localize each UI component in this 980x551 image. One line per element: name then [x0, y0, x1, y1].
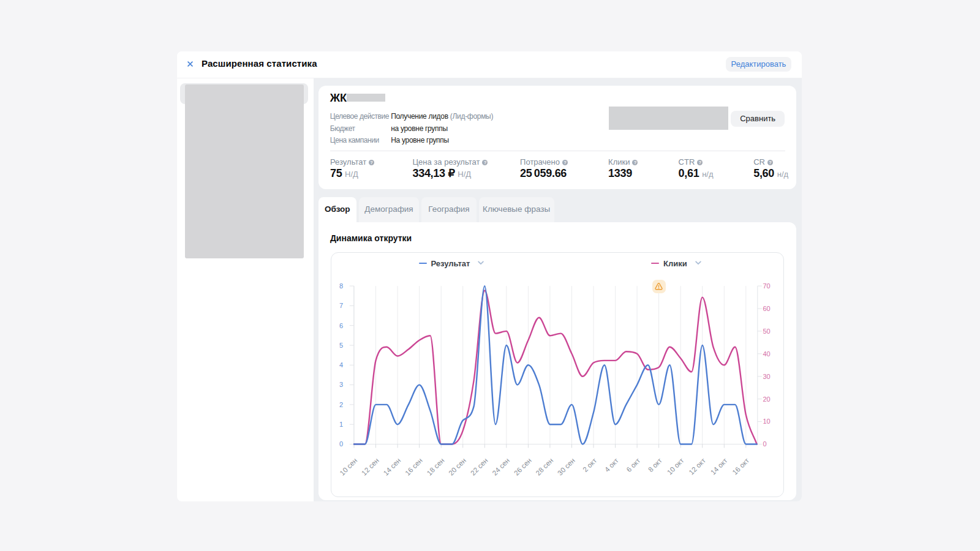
svg-text:12 окт: 12 окт	[688, 457, 707, 476]
svg-text:7: 7	[339, 302, 343, 309]
svg-text:24 сен: 24 сен	[491, 457, 511, 477]
svg-text:0: 0	[339, 441, 343, 448]
svg-text:50: 50	[763, 328, 771, 335]
svg-text:0: 0	[763, 441, 767, 448]
svg-text:28 сен: 28 сен	[535, 457, 555, 477]
svg-text:26 сен: 26 сен	[513, 457, 533, 477]
svg-text:2: 2	[339, 401, 343, 408]
svg-text:30 сен: 30 сен	[556, 457, 576, 477]
svg-text:1: 1	[339, 421, 343, 428]
svg-text:3: 3	[339, 381, 343, 389]
svg-text:14 сен: 14 сен	[382, 457, 402, 477]
svg-text:30: 30	[763, 373, 771, 380]
svg-text:4 окт: 4 окт	[603, 457, 620, 474]
svg-text:18 сен: 18 сен	[426, 457, 446, 477]
svg-text:16 окт: 16 окт	[731, 457, 751, 476]
svg-text:10 сен: 10 сен	[339, 457, 359, 477]
svg-text:16 сен: 16 сен	[404, 457, 424, 477]
svg-text:20: 20	[763, 395, 771, 403]
svg-text:6 окт: 6 окт	[625, 457, 643, 474]
svg-text:60: 60	[763, 305, 771, 312]
svg-text:14 окт: 14 окт	[709, 457, 729, 476]
svg-text:8: 8	[339, 282, 343, 290]
svg-text:40: 40	[763, 350, 771, 358]
svg-text:12 сен: 12 сен	[360, 457, 380, 477]
svg-text:5: 5	[339, 342, 343, 349]
svg-text:22 сен: 22 сен	[469, 457, 489, 477]
svg-text:10: 10	[763, 418, 771, 425]
svg-text:10 окт: 10 окт	[666, 457, 685, 476]
svg-text:70: 70	[763, 282, 771, 290]
svg-text:4: 4	[339, 361, 343, 369]
svg-text:2 окт: 2 окт	[581, 457, 598, 474]
svg-text:6: 6	[339, 322, 343, 329]
svg-text:8 окт: 8 окт	[647, 457, 664, 474]
svg-text:20 сен: 20 сен	[447, 457, 467, 477]
